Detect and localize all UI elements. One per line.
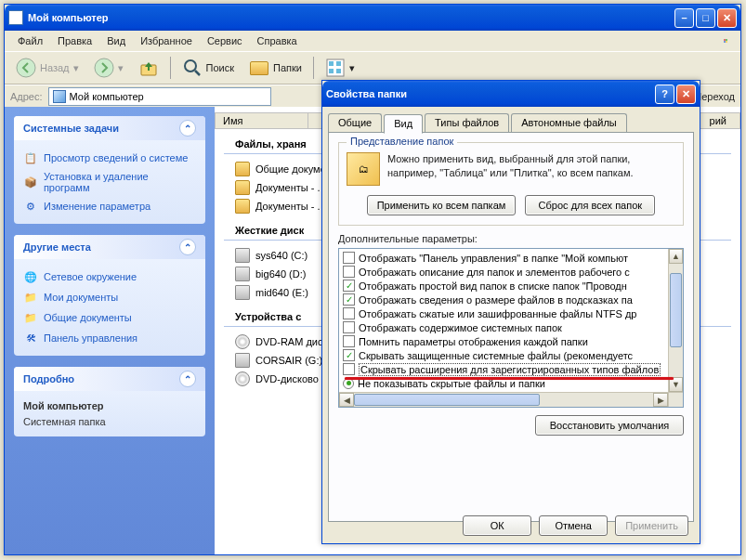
reset-all-folders-button[interactable]: Сброс для всех папок	[525, 195, 655, 215]
task-add-remove[interactable]: 📦Установка и удаление программ	[23, 168, 196, 196]
window-title: Мой компьютер	[28, 12, 674, 23]
scrollbar-thumb[interactable]	[670, 273, 682, 347]
documents-icon: 📁	[23, 290, 38, 305]
place-network[interactable]: 🌐Сетевое окружение	[23, 267, 196, 287]
scroll-up-icon[interactable]: ▲	[669, 249, 683, 264]
tab-offline[interactable]: Автономные файлы	[511, 113, 627, 133]
advanced-settings-list[interactable]: Отображать "Панель управления" в папке "…	[338, 248, 684, 408]
checkbox-icon[interactable]	[343, 363, 355, 375]
minimize-button[interactable]: –	[674, 8, 694, 28]
checkbox-icon[interactable]	[343, 252, 355, 264]
panel-header[interactable]: Другие места ⌃	[14, 235, 205, 259]
programs-icon: 📦	[23, 175, 38, 189]
advanced-option[interactable]: Отображать "Панель управления" в папке "…	[339, 251, 668, 265]
menu-favorites[interactable]: Избранное	[133, 33, 200, 49]
checkbox-icon[interactable]	[343, 321, 355, 333]
cancel-button[interactable]: Отмена	[539, 515, 608, 536]
dialog-titlebar[interactable]: Свойства папки ? ✕	[322, 81, 700, 107]
collapse-icon[interactable]: ⌃	[179, 239, 196, 255]
up-folder-icon	[138, 58, 159, 78]
collapse-icon[interactable]: ⌃	[179, 120, 196, 137]
col-name[interactable]: Имя	[216, 113, 308, 128]
help-button[interactable]: ?	[655, 85, 674, 104]
scroll-right-icon[interactable]: ▶	[653, 393, 668, 407]
maximize-button[interactable]: □	[696, 8, 715, 28]
control-panel-icon: 🛠	[23, 331, 38, 345]
up-button[interactable]	[133, 55, 164, 81]
checkbox-icon[interactable]	[343, 266, 355, 278]
advanced-option[interactable]: ✓Отображать простой вид папок в списке п…	[339, 279, 668, 293]
detail-name: Мой компьютер	[23, 400, 104, 411]
collapse-icon[interactable]: ⌃	[179, 371, 196, 387]
dialog-close-button[interactable]: ✕	[676, 85, 696, 104]
checkbox-icon[interactable]: ✓	[343, 280, 355, 292]
restore-defaults-button[interactable]: Восстановить умолчания	[535, 415, 684, 436]
folder-views-icon: 🗂	[347, 152, 380, 186]
tab-panel-view: Представление папок 🗂 Можно применить ви…	[328, 132, 694, 522]
address-label: Адрес:	[10, 91, 43, 102]
folders-button[interactable]: Папки	[243, 55, 308, 81]
advanced-option[interactable]: ✓Скрывать защищенные системные файлы (ре…	[339, 348, 668, 362]
task-system-info[interactable]: 📋Просмотр сведений о системе	[23, 148, 196, 168]
menu-edit[interactable]: Правка	[50, 33, 99, 49]
close-button[interactable]: ✕	[717, 8, 737, 28]
apply-button[interactable]: Применить	[615, 515, 688, 536]
tab-view[interactable]: Вид	[384, 114, 423, 134]
panel-header[interactable]: Системные задачи ⌃	[14, 116, 205, 140]
menu-tools[interactable]: Сервис	[200, 33, 250, 49]
advanced-option[interactable]: ✓Отображать сведения о размере файлов в …	[339, 293, 668, 306]
scroll-left-icon[interactable]: ◀	[339, 393, 354, 407]
horizontal-scrollbar[interactable]: ◀ ▶	[339, 392, 668, 407]
explorer-titlebar[interactable]: Мой компьютер – □ ✕	[5, 5, 740, 31]
option-label: Отображать "Панель управления" в папке "…	[359, 253, 628, 264]
menu-view[interactable]: Вид	[99, 33, 133, 49]
scrollbar-thumb[interactable]	[354, 394, 540, 406]
usb-drive-icon	[235, 353, 250, 368]
search-icon	[182, 58, 203, 78]
advanced-option[interactable]: Скрывать расширения для зарегистрированн…	[339, 362, 668, 376]
tab-general[interactable]: Общие	[328, 113, 382, 133]
option-label: Отображать сжатые или зашифрованные файл…	[359, 308, 636, 319]
ok-button[interactable]: ОК	[463, 515, 531, 536]
svg-rect-1	[726, 39, 727, 41]
place-control-panel[interactable]: 🛠Панель управления	[23, 328, 196, 348]
red-highlight-line	[345, 377, 674, 380]
checkbox-icon[interactable]: ✓	[343, 293, 355, 306]
folder-views-group: Представление папок 🗂 Можно применить ви…	[338, 142, 684, 226]
network-icon: 🌐	[23, 269, 38, 284]
toolbar-separator	[170, 57, 171, 79]
back-button[interactable]: Назад ▾	[10, 55, 85, 81]
svg-point-5	[95, 59, 113, 77]
advanced-option[interactable]: Отображать содержимое системных папок	[339, 320, 668, 334]
search-button[interactable]: Поиск	[177, 55, 240, 81]
col-trailing: рий	[702, 113, 739, 128]
place-my-docs[interactable]: 📁Мои документы	[23, 287, 196, 307]
forward-button[interactable]: ▾	[88, 55, 129, 81]
views-button[interactable]: ▾	[320, 55, 360, 81]
drive-icon	[235, 248, 250, 263]
folder-icon	[235, 199, 250, 214]
svg-rect-0	[724, 39, 726, 41]
info-icon: 📋	[23, 150, 38, 165]
vertical-scrollbar[interactable]: ▲ ▼	[668, 249, 683, 392]
apply-all-folders-button[interactable]: Применить ко всем папкам	[367, 195, 517, 215]
checkbox-icon[interactable]: ✓	[343, 349, 355, 361]
folder-icon	[235, 162, 250, 176]
checkbox-icon[interactable]	[343, 307, 355, 319]
menu-help[interactable]: Справка	[250, 33, 305, 49]
tab-filetypes[interactable]: Типы файлов	[425, 113, 509, 133]
panel-header[interactable]: Подробно ⌃	[14, 367, 205, 391]
advanced-option[interactable]: Помнить параметры отображения каждой пап…	[339, 334, 668, 348]
option-label: Помнить параметры отображения каждой пап…	[359, 336, 588, 347]
menu-file[interactable]: Файл	[10, 33, 50, 49]
task-change-setting[interactable]: ⚙Изменение параметра	[23, 196, 196, 216]
advanced-option[interactable]: Отображать сжатые или зашифрованные файл…	[339, 306, 668, 320]
address-combo[interactable]: Мой компьютер	[48, 87, 271, 106]
folder-icon	[235, 180, 250, 195]
computer-icon	[53, 90, 66, 103]
advanced-option[interactable]: Отображать описание для папок и элементо…	[339, 265, 668, 279]
place-shared-docs[interactable]: 📁Общие документы	[23, 307, 196, 328]
svg-point-7	[185, 60, 196, 72]
checkbox-icon[interactable]	[343, 335, 355, 347]
disc-icon	[235, 334, 250, 349]
